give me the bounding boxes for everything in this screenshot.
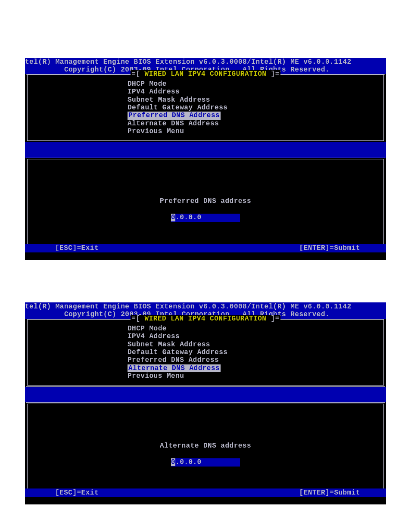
menu-item-subnet-mask-address[interactable]: Subnet Mask Address <box>128 341 383 348</box>
config-menu-panel: =[ WIRED LAN IPV4 CONFIGURATION ]= DHCP … <box>26 74 385 142</box>
menu-item-previous-menu[interactable]: Previous Menu <box>128 372 383 380</box>
menu-item-dhcp-mode[interactable]: DHCP Mode <box>128 80 383 88</box>
config-menu[interactable]: DHCP ModeIPV4 AddressSubnet Mask Address… <box>128 325 383 380</box>
menu-item-dhcp-mode[interactable]: DHCP Mode <box>128 325 383 333</box>
input-panel: Alternate DNS address 0.0.0.0 <box>26 402 385 488</box>
config-menu[interactable]: DHCP ModeIPV4 AddressSubnet Mask Address… <box>128 80 383 136</box>
menu-item-default-gateway-address[interactable]: Default Gateway Address <box>128 348 383 356</box>
footer-enter-hint: [ENTER]=Submit <box>299 488 360 497</box>
panel-title: =[ WIRED LAN IPV4 CONFIGURATION ]= <box>131 70 280 78</box>
footer-esc-hint: [ESC]=Exit <box>55 244 99 252</box>
menu-item-default-gateway-address[interactable]: Default Gateway Address <box>128 104 383 112</box>
input-prompt-label: Preferred DNS address <box>28 197 383 205</box>
header-line-1: tel(R) Management Engine BIOS Extension … <box>25 303 386 311</box>
input-prompt-label: Alternate DNS address <box>28 442 383 450</box>
header-line-1: tel(R) Management Engine BIOS Extension … <box>25 58 386 66</box>
footer-bar: [ESC]=Exit [ENTER]=Submit <box>25 244 386 252</box>
footer-bar: [ESC]=Exit [ENTER]=Submit <box>25 488 386 497</box>
separator-bar <box>25 387 386 402</box>
panel-title: =[ WIRED LAN IPV4 CONFIGURATION ]= <box>131 315 280 323</box>
input-panel: Preferred DNS address 0.0.0.0 <box>26 158 385 244</box>
menu-item-ipv4-address[interactable]: IPV4 Address <box>128 88 383 96</box>
menu-item-alternate-dns-address[interactable]: Alternate DNS Address <box>128 364 221 372</box>
menu-item-preferred-dns-address[interactable]: Preferred DNS Address <box>128 112 221 119</box>
dns-address-input[interactable]: 0.0.0.0 <box>171 458 240 466</box>
menu-item-alternate-dns-address[interactable]: Alternate DNS Address <box>128 120 383 128</box>
bios-screen-alternate-dns: tel(R) Management Engine BIOS Extension … <box>25 302 386 504</box>
bios-screen-preferred-dns: tel(R) Management Engine BIOS Extension … <box>25 58 386 260</box>
menu-item-ipv4-address[interactable]: IPV4 Address <box>128 333 383 340</box>
footer-enter-hint: [ENTER]=Submit <box>299 244 360 252</box>
menu-item-preferred-dns-address[interactable]: Preferred DNS Address <box>128 356 383 364</box>
footer-esc-hint: [ESC]=Exit <box>55 488 99 497</box>
dns-address-input[interactable]: 0.0.0.0 <box>171 214 240 221</box>
separator-bar <box>25 142 386 158</box>
menu-item-previous-menu[interactable]: Previous Menu <box>128 128 383 135</box>
menu-item-subnet-mask-address[interactable]: Subnet Mask Address <box>128 96 383 104</box>
config-menu-panel: =[ WIRED LAN IPV4 CONFIGURATION ]= DHCP … <box>26 319 385 387</box>
